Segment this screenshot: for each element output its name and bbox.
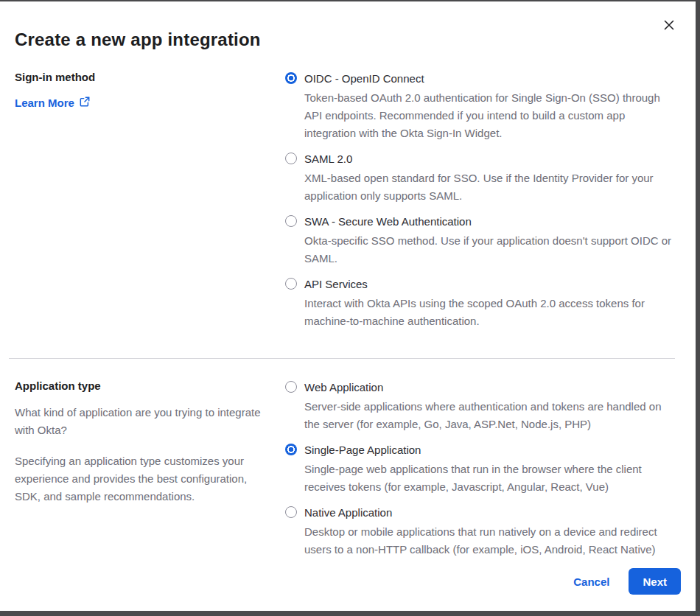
option-label: OIDC - OpenID Connect [304,72,424,85]
option-description: Interact with Okta APIs using the scoped… [304,295,678,330]
option-label: Web Application [304,381,383,393]
application-type-help-text: What kind of application are you trying … [15,404,263,439]
radio-unselected-icon[interactable] [285,506,297,518]
apptype-option-native[interactable]: Native Application Desktop or mobile app… [285,505,678,559]
radio-unselected-icon[interactable] [285,278,297,290]
radio-unselected-icon[interactable] [285,381,297,393]
radio-unselected-icon[interactable] [285,215,297,227]
option-description: Okta-specific SSO method. Use if your ap… [304,232,678,267]
option-description: Token-based OAuth 2.0 authentication for… [304,89,678,142]
create-app-integration-dialog: Create a new app integration Sign-in met… [0,1,696,611]
learn-more-label: Learn More [15,97,74,109]
apptype-option-web[interactable]: Web Application Server-side applications… [285,379,678,433]
option-label: API Services [304,278,368,290]
close-icon [663,19,675,31]
application-type-help-text: Specifying an application type customize… [15,452,263,505]
next-button[interactable]: Next [629,568,681,595]
cancel-button[interactable]: Cancel [573,575,609,588]
apptype-option-spa[interactable]: Single-Page Application Single-page web … [285,442,678,496]
signin-option-oidc[interactable]: OIDC - OpenID Connect Token-based OAuth … [285,71,678,142]
dialog-title: Create a new app integration [15,29,678,50]
signin-option-api-services[interactable]: API Services Interact with Okta APIs usi… [285,276,678,330]
signin-option-saml[interactable]: SAML 2.0 XML-based open standard for SSO… [285,151,678,205]
option-label: Native Application [304,506,392,519]
external-link-icon [80,97,90,109]
learn-more-link[interactable]: Learn More [15,97,90,109]
option-description: Server-side applications where authentic… [304,398,678,433]
close-button[interactable] [660,16,678,34]
option-description: Single-page web applications that run in… [304,461,678,496]
option-label: Single-Page Application [304,444,421,456]
option-label: SWA - Secure Web Authentication [304,215,472,228]
dialog-footer: Cancel Next [573,568,681,595]
option-description: Desktop or mobile applications that run … [304,523,678,559]
sign-in-method-label: Sign-in method [15,71,263,83]
application-type-label: Application type [15,379,263,392]
radio-selected-icon[interactable] [285,444,297,455]
radio-unselected-icon[interactable] [285,153,297,164]
section-divider [9,358,675,359]
radio-selected-icon[interactable] [285,72,297,84]
option-description: XML-based open standard for SSO. Use if … [304,169,678,205]
option-label: SAML 2.0 [304,153,352,165]
signin-option-swa[interactable]: SWA - Secure Web Authentication Okta-spe… [285,214,678,267]
application-type-section: Application type What kind of applicatio… [0,379,696,567]
sign-in-method-section: Sign-in method Learn More OIDC - OpenID … [0,71,696,339]
